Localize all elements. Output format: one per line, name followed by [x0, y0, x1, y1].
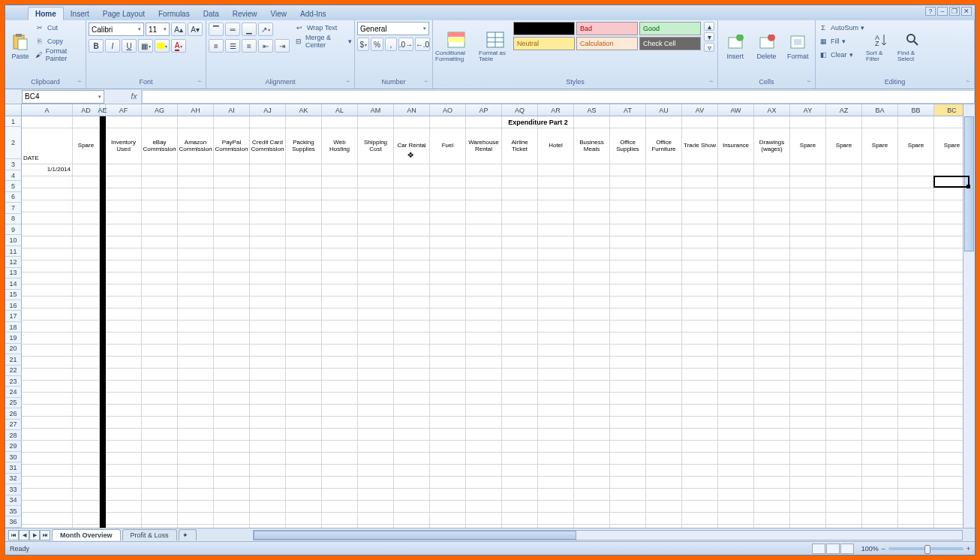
- header-AZ[interactable]: Spare: [826, 128, 862, 164]
- align-right-button[interactable]: ≡: [242, 39, 257, 53]
- column-header-AH[interactable]: AH: [178, 104, 214, 116]
- column-header-AD[interactable]: AD: [73, 104, 100, 116]
- column-header-BA[interactable]: BA: [862, 104, 898, 116]
- align-middle-button[interactable]: ═: [225, 23, 240, 36]
- header-BA[interactable]: Spare: [862, 128, 898, 164]
- formula-input[interactable]: [142, 90, 975, 104]
- restore-icon[interactable]: ❐: [949, 7, 960, 16]
- font-size-combo[interactable]: 11: [146, 23, 170, 36]
- increase-decimal-button[interactable]: .0→: [398, 38, 413, 51]
- row-header-20[interactable]: 20: [5, 344, 22, 354]
- header-AN[interactable]: Car Rental: [394, 128, 430, 164]
- column-header-AI[interactable]: AI: [214, 104, 250, 116]
- header-AR[interactable]: Hotel: [538, 128, 574, 164]
- column-header-A[interactable]: A: [22, 104, 73, 116]
- zoom-out[interactable]: –: [882, 545, 885, 552]
- style-check-cell[interactable]: Check Cell: [639, 37, 701, 50]
- row-header-13[interactable]: 13: [5, 268, 22, 278]
- view-page-break[interactable]: [840, 543, 854, 554]
- orientation-button[interactable]: ↗: [258, 23, 273, 36]
- row-header-31[interactable]: 31: [5, 462, 22, 473]
- header-AI[interactable]: PayPal Commission: [214, 128, 250, 164]
- header-AJ[interactable]: Credit Card Commission: [250, 128, 286, 164]
- header-AU[interactable]: Office Furniture: [646, 128, 682, 164]
- fill-color-button[interactable]: [155, 39, 170, 53]
- horizontal-scrollbar[interactable]: [253, 530, 963, 540]
- italic-button[interactable]: I: [105, 39, 120, 53]
- decrease-indent-button[interactable]: ⇤: [258, 39, 273, 53]
- view-normal[interactable]: [812, 543, 825, 554]
- row-header-4[interactable]: 4: [5, 170, 22, 181]
- grow-font-button[interactable]: A▴: [171, 23, 186, 36]
- column-header-AE[interactable]: AE: [100, 104, 106, 116]
- row-header-33[interactable]: 33: [5, 484, 22, 495]
- row-header-15[interactable]: 15: [5, 290, 22, 300]
- row-header-26[interactable]: 26: [5, 408, 22, 419]
- column-header-AV[interactable]: AV: [682, 104, 718, 116]
- header-AM[interactable]: Shipping Cost: [358, 128, 394, 164]
- column-header-AO[interactable]: AO: [430, 104, 466, 116]
- align-top-button[interactable]: ▔: [209, 23, 224, 36]
- merge-center-button[interactable]: ⊟Merge & Center ▾: [294, 35, 352, 47]
- column-header-AS[interactable]: AS: [574, 104, 610, 116]
- decrease-decimal-button[interactable]: ←.0: [415, 38, 430, 51]
- bold-button[interactable]: B: [89, 39, 104, 53]
- cell-styles-gallery[interactable]: NormalBadGoodNeutralCalculationCheck Cel…: [513, 22, 701, 50]
- increase-indent-button[interactable]: ⇥: [275, 39, 290, 53]
- sheet-nav-next[interactable]: ▶: [29, 530, 40, 540]
- row-header-25[interactable]: 25: [5, 398, 22, 408]
- close-icon[interactable]: ✕: [961, 7, 972, 16]
- autosum-button[interactable]: ΣAutoSum ▾: [818, 22, 864, 34]
- row-header-23[interactable]: 23: [5, 376, 22, 387]
- styles-scroll-up[interactable]: ▴: [704, 22, 714, 31]
- format-painter-button[interactable]: 🖌Format Painter: [35, 49, 83, 61]
- currency-button[interactable]: $: [357, 38, 369, 51]
- style-calculation[interactable]: Calculation: [576, 37, 638, 50]
- tab-addins[interactable]: Add-Ins: [293, 8, 332, 20]
- row-header-35[interactable]: 35: [5, 506, 22, 516]
- tab-insert[interactable]: Insert: [64, 8, 96, 20]
- header-AF[interactable]: Inventory Used: [106, 128, 142, 164]
- header-AW[interactable]: Insurance: [718, 128, 754, 164]
- column-header-AJ[interactable]: AJ: [250, 104, 286, 116]
- column-header-AX[interactable]: AX: [754, 104, 790, 116]
- column-header-AP[interactable]: AP: [466, 104, 502, 116]
- column-header-AN[interactable]: AN: [394, 104, 430, 116]
- style-bad[interactable]: Bad: [576, 22, 638, 35]
- zoom-slider[interactable]: [888, 547, 963, 550]
- column-header-AZ[interactable]: AZ: [826, 104, 862, 116]
- comma-button[interactable]: ,: [385, 38, 397, 51]
- column-header-AW[interactable]: AW: [718, 104, 754, 116]
- header-AP[interactable]: Warehouse Rental: [466, 128, 502, 164]
- header-AQ[interactable]: Airline Ticket: [502, 128, 538, 164]
- header-AK[interactable]: Packing Supplies: [286, 128, 322, 164]
- clear-button[interactable]: ◧Clear ▾: [818, 49, 864, 61]
- worksheet-grid[interactable]: AADAEAFAGAHAIAJAKALAMANAOAPAQARASATAUAVA…: [5, 104, 975, 528]
- column-header-AM[interactable]: AM: [358, 104, 394, 116]
- row-header-27[interactable]: 27: [5, 420, 22, 430]
- cut-button[interactable]: ✂Cut: [35, 22, 83, 34]
- row-header-19[interactable]: 19: [5, 333, 22, 343]
- header-BB[interactable]: Spare: [898, 128, 934, 164]
- sheet-nav-prev[interactable]: ◀: [19, 530, 29, 540]
- style-normal[interactable]: Normal: [513, 22, 575, 35]
- delete-cells-button[interactable]: Delete: [752, 22, 782, 71]
- sort-filter-button[interactable]: AZSort & Filter: [866, 22, 896, 71]
- conditional-formatting-button[interactable]: Conditional Formatting: [435, 22, 477, 71]
- row-header-18[interactable]: 18: [5, 322, 22, 333]
- view-page-layout[interactable]: [826, 543, 840, 554]
- tab-review[interactable]: Review: [226, 8, 264, 20]
- row-header-28[interactable]: 28: [5, 430, 22, 441]
- header-AD[interactable]: Spare: [73, 128, 100, 164]
- column-header-BB[interactable]: BB: [898, 104, 934, 116]
- format-as-table-button[interactable]: Format as Table: [479, 22, 512, 71]
- row-header-14[interactable]: 14: [5, 278, 22, 289]
- styles-more[interactable]: ▿: [704, 43, 714, 52]
- style-neutral[interactable]: Neutral: [513, 37, 575, 50]
- row-header-36[interactable]: 36: [5, 516, 22, 527]
- row-header-16[interactable]: 16: [5, 300, 22, 311]
- minimize-icon[interactable]: –: [937, 7, 948, 16]
- copy-button[interactable]: ⎘Copy: [35, 35, 83, 47]
- font-name-combo[interactable]: Calibri: [89, 23, 144, 36]
- row-header-22[interactable]: 22: [5, 366, 22, 376]
